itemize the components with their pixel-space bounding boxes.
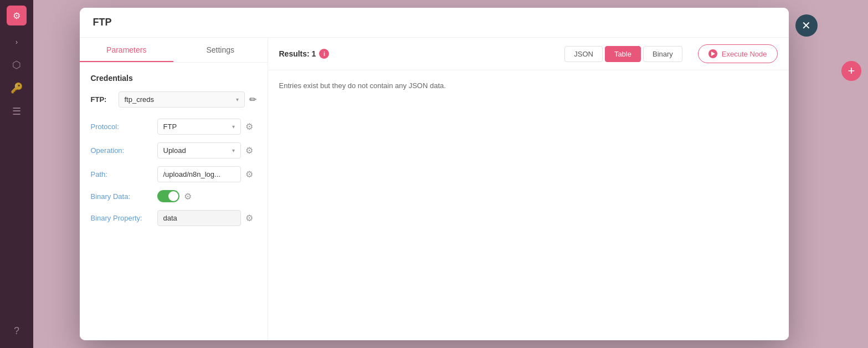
path-label: Path: — [91, 170, 157, 178]
close-button[interactable]: ✕ — [795, 14, 818, 37]
binary-data-value: ⚙ — [157, 190, 256, 202]
right-content: Results: 1 i JSON Table Binary — [268, 38, 789, 340]
play-icon — [708, 49, 717, 58]
path-input[interactable]: /upload/n8n_log... — [157, 166, 241, 182]
creds-select-arrow-icon: ▾ — [236, 96, 239, 103]
binary-data-toggle[interactable] — [157, 190, 179, 202]
binary-property-input[interactable]: data — [157, 210, 241, 226]
left-panel: Parameters Settings Credentials FTP: ftp… — [80, 38, 268, 340]
binary-property-row: Binary Property: data ⚙ — [91, 210, 256, 226]
json-view-button[interactable]: JSON — [564, 46, 603, 62]
results-label: Results: 1 i — [279, 49, 330, 59]
binary-property-value: data ⚙ — [157, 210, 256, 226]
binary-data-label: Binary Data: — [91, 192, 157, 201]
modal-wrapper: FTP Parameters Settings Credentials — [80, 8, 789, 340]
operation-value: Upload ▾ ⚙ — [157, 142, 256, 158]
protocol-value: FTP ▾ ⚙ — [157, 119, 256, 135]
play-triangle — [711, 52, 715, 56]
left-content: Credentials FTP: ftp_creds ▾ ✏ — [80, 63, 268, 340]
modal-overlay: FTP Parameters Settings Credentials — [0, 0, 868, 348]
results-header: Results: 1 i JSON Table Binary — [268, 38, 789, 70]
operation-select[interactable]: Upload ▾ — [157, 142, 241, 158]
execute-node-button[interactable]: Execute Node — [698, 44, 778, 63]
view-buttons: JSON Table Binary — [564, 46, 682, 62]
ftp-creds-select[interactable]: ftp_creds ▾ — [119, 91, 245, 108]
path-gear-icon[interactable]: ⚙ — [245, 169, 256, 180]
protocol-arrow-icon: ▾ — [232, 124, 235, 130]
binary-data-gear-icon[interactable]: ⚙ — [184, 191, 195, 202]
operation-arrow-icon: ▾ — [232, 147, 235, 153]
tabs: Parameters Settings — [80, 38, 268, 63]
credentials-row: FTP: ftp_creds ▾ ✏ — [91, 91, 256, 108]
protocol-label: Protocol: — [91, 122, 157, 131]
modal-title: FTP — [93, 17, 112, 28]
modal: FTP Parameters Settings Credentials — [80, 8, 789, 340]
path-row: Path: /upload/n8n_log... ⚙ — [91, 166, 256, 182]
binary-property-gear-icon[interactable]: ⚙ — [245, 213, 256, 223]
protocol-select[interactable]: FTP ▾ — [157, 119, 241, 135]
path-value: /upload/n8n_log... ⚙ — [157, 166, 256, 182]
tab-settings[interactable]: Settings — [173, 38, 268, 62]
section-title: Credentials — [91, 74, 256, 83]
toggle-switch[interactable] — [157, 190, 179, 202]
results-info-icon: i — [319, 49, 329, 59]
operation-row: Operation: Upload ▾ ⚙ — [91, 142, 256, 158]
tab-parameters[interactable]: Parameters — [80, 38, 174, 62]
ftp-creds-label: FTP: — [91, 95, 119, 104]
binary-property-label: Binary Property: — [91, 214, 157, 222]
protocol-gear-icon[interactable]: ⚙ — [245, 121, 256, 132]
modal-body: Parameters Settings Credentials FTP: ftp… — [80, 38, 789, 340]
modal-header: FTP — [80, 8, 789, 38]
binary-data-row: Binary Data: ⚙ — [91, 190, 256, 202]
operation-label: Operation: — [91, 146, 157, 155]
binary-view-button[interactable]: Binary — [643, 46, 682, 62]
table-view-button[interactable]: Table — [605, 46, 641, 62]
protocol-row: Protocol: FTP ▾ ⚙ — [91, 119, 256, 135]
edit-credentials-icon[interactable]: ✏ — [249, 94, 256, 105]
operation-gear-icon[interactable]: ⚙ — [245, 145, 256, 156]
results-message: Entries exist but they do not contain an… — [268, 70, 789, 101]
